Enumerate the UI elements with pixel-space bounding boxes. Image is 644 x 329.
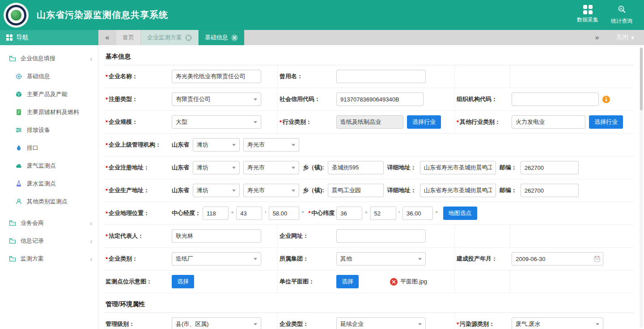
register-type-select[interactable]: 有限责任公司 — [172, 93, 261, 106]
delete-file-icon[interactable] — [390, 278, 398, 286]
close-menu-button[interactable]: 关闭 ▾ — [606, 30, 644, 45]
field-label: 企业注册地址： — [109, 164, 149, 172]
industry-input[interactable] — [336, 115, 403, 129]
sidebar-item-materials[interactable]: 主要原辅材料及燃料 — [0, 103, 98, 121]
sidebar-item-label: 排放设备 — [27, 126, 50, 134]
system-logo — [4, 3, 29, 28]
tab-enterprise-monitor-plan[interactable]: 企业监测方案 — [141, 30, 199, 45]
enterprise-type-select[interactable]: 延续企业 — [336, 317, 426, 329]
sidebar-item-water-monitor-point[interactable]: 废水监测点 — [0, 175, 98, 193]
lat-min-input[interactable] — [370, 207, 396, 220]
group-select[interactable]: 其他 — [336, 252, 426, 266]
prod-addr-county-select[interactable]: 寿光市 — [243, 184, 299, 197]
minute-mark: ′ — [399, 210, 400, 217]
scroll-tabs-left-button[interactable]: « — [98, 30, 116, 45]
second-mark: ″ — [436, 210, 438, 217]
select-value: 寿光市 — [247, 141, 265, 149]
other-industry-input[interactable] — [512, 115, 585, 129]
form-row-register-type: *注册类型： 有限责任公司 社会信用代码： 组织机构代码： — [104, 88, 634, 111]
tab-label: 基础信息 — [205, 34, 228, 42]
plan-file-name[interactable]: 平面图.jpg — [400, 278, 427, 286]
sidebar-group-business-consult[interactable]: 业务会商 ‹ — [0, 214, 98, 232]
field-label: 企业名称： — [109, 72, 138, 80]
map-pick-button[interactable]: 地图选点 — [443, 207, 477, 220]
caret-down-icon — [232, 190, 236, 192]
longitude-label: 中心经度： — [172, 209, 201, 217]
section-title-mgmt: 管理/环境属性 — [104, 293, 634, 313]
org-code-input[interactable] — [512, 93, 599, 106]
sidebar-group-monitor-plan[interactable]: 监测方案 ‹ — [0, 250, 98, 268]
sidebar-item-products[interactable]: 主要产品及产能 — [0, 85, 98, 103]
empty-cell — [510, 225, 634, 247]
company-name-input[interactable] — [172, 70, 261, 83]
close-tab-icon[interactable] — [185, 34, 192, 41]
reg-addr-zip-input[interactable] — [521, 161, 579, 174]
lng-deg-input[interactable] — [203, 207, 229, 220]
sidebar-item-gas-monitor-point[interactable]: 废气监测点 — [0, 157, 98, 175]
required-mark: * — [457, 119, 459, 126]
caret-down-icon: ▾ — [631, 34, 634, 41]
sidebar-item-outlet[interactable]: 排口 — [0, 139, 98, 157]
prod-addr-city-select[interactable]: 潍坊 — [193, 184, 240, 197]
header-actions: 数据采集 统计查询 — [577, 5, 632, 25]
sidebar-group-enterprise-info[interactable]: 企业信息填报 ‹ — [0, 50, 98, 67]
scrollbar-track[interactable] — [640, 46, 643, 328]
caret-down-icon — [292, 144, 295, 146]
sidebar-item-emission-equipment[interactable]: 排放设备 — [0, 121, 98, 139]
caret-down-icon — [418, 258, 422, 260]
calendar-icon[interactable] — [593, 255, 601, 262]
field-label: 企业网址： — [280, 232, 309, 240]
plan-select-button[interactable]: 选择 — [336, 275, 359, 288]
tab-basic-info[interactable]: 基础信息 — [199, 30, 244, 45]
lat-deg-input[interactable] — [336, 207, 362, 220]
lng-sec-input[interactable] — [269, 207, 299, 220]
caret-down-icon — [292, 167, 295, 169]
parent-org-city-select[interactable]: 潍坊 — [193, 138, 240, 152]
detail-label: 详细地址： — [387, 164, 416, 172]
scrollbar-thumb[interactable] — [640, 48, 643, 110]
sidebar-item-basic-info[interactable]: 基础信息 — [0, 67, 98, 85]
field-label: 企业生产地址： — [109, 186, 149, 194]
reg-addr-county-select[interactable]: 寿光市 — [243, 161, 299, 174]
scroll-tabs-right-button[interactable]: » — [588, 30, 606, 45]
statistics-query-button[interactable]: 统计查询 — [611, 5, 632, 25]
build-date-input[interactable] — [512, 252, 603, 266]
close-tab-icon[interactable] — [231, 34, 238, 41]
company-category-select[interactable]: 造纸厂 — [172, 252, 261, 266]
sidebar-item-other-monitor-point[interactable]: 其他类别监测点 — [0, 193, 98, 211]
info-icon[interactable] — [602, 96, 610, 103]
prod-addr-detail-input[interactable] — [420, 184, 496, 197]
former-name-input[interactable] — [336, 70, 426, 83]
sketch-select-button[interactable]: 选择 — [172, 275, 194, 288]
lng-min-input[interactable] — [236, 207, 262, 220]
required-mark: * — [106, 256, 108, 262]
reg-addr-detail-input[interactable] — [420, 161, 496, 174]
sidebar: 企业信息填报 ‹ 基础信息 主要产品及产能 主要原辅材料及燃料 排放设备 排口 — [0, 45, 98, 329]
credit-code-input[interactable] — [336, 93, 424, 106]
pollution-type-select[interactable]: 废气,废水 — [512, 317, 603, 329]
field-label: 社会信用代码： — [280, 95, 320, 103]
scale-select[interactable]: 大型 — [172, 115, 261, 129]
sidebar-item-label: 主要产品及产能 — [27, 90, 68, 98]
prod-addr-town-input[interactable] — [328, 184, 384, 197]
sidebar-group-info-record[interactable]: 信息记录 ‹ — [0, 232, 98, 250]
mgmt-level-select[interactable]: 县(市、区属) — [172, 317, 261, 329]
data-collection-button[interactable]: 数据采集 — [577, 5, 598, 25]
reg-addr-city-select[interactable]: 潍坊 — [193, 161, 240, 174]
select-value: 有限责任公司 — [176, 95, 211, 103]
lat-sec-input[interactable] — [402, 207, 433, 220]
folder-icon — [9, 237, 16, 245]
required-mark: * — [280, 119, 282, 126]
parent-org-county-select[interactable]: 寿光市 — [243, 138, 299, 152]
nav-label: 导航 — [16, 34, 29, 42]
select-other-industry-button[interactable]: 选择行业 — [589, 115, 623, 129]
cube-icon — [15, 91, 22, 98]
form-row-mgmt-attrs: 管理级别： 县(市、区属) 企业类型： 延续企业 *污染源类别： 废气,废水 — [104, 313, 634, 329]
website-input[interactable] — [336, 229, 426, 243]
prod-addr-zip-input[interactable] — [521, 184, 579, 197]
reg-addr-town-input[interactable] — [328, 161, 384, 174]
caret-down-icon — [292, 190, 295, 192]
legal-rep-input[interactable] — [172, 229, 261, 243]
select-industry-button[interactable]: 选择行业 — [407, 115, 441, 129]
tab-home[interactable]: 首页 — [116, 30, 141, 45]
